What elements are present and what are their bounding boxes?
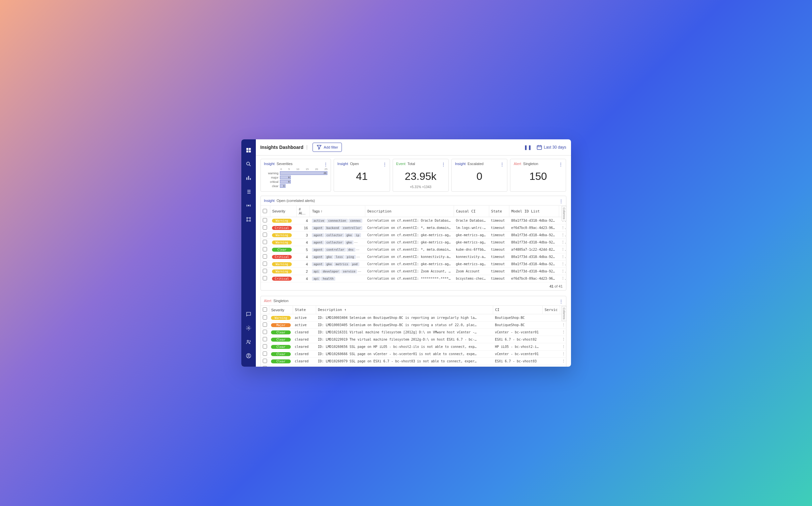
add-filter-button[interactable]: Add filter (312, 143, 342, 152)
panel-menu-icon[interactable]: ⋮ (559, 199, 564, 204)
row-checkbox[interactable] (263, 269, 267, 273)
row-checkbox[interactable] (263, 276, 267, 280)
date-range-picker[interactable]: Last 30 days (536, 144, 566, 150)
row-checkbox[interactable] (263, 240, 267, 244)
svg-rect-13 (537, 146, 542, 150)
chat-icon[interactable] (245, 311, 252, 318)
row-menu-icon[interactable]: ⋮ (560, 329, 566, 336)
table-row[interactable]: Critical4apihealthCorrelation on cf.even… (261, 275, 566, 282)
table-row[interactable]: Clear5agentcontrollerdnsgkCorrelation on… (261, 246, 566, 253)
row-menu-icon[interactable]: ⋮ (559, 261, 566, 268)
row-menu-icon[interactable]: ⋮ (560, 322, 566, 329)
users-icon[interactable] (245, 339, 252, 345)
svg-point-10 (247, 340, 248, 342)
table-row[interactable]: MajoractiveID: LMD10003405 Selenium on B… (261, 322, 566, 329)
chart-icon[interactable] (245, 175, 252, 181)
table-row[interactable]: Warning2apideveloperservicezCorrelation … (261, 268, 566, 275)
row-checkbox[interactable] (263, 359, 267, 363)
col-header[interactable]: Description (365, 205, 454, 217)
card-menu-icon[interactable]: ⋮ (559, 162, 563, 167)
table-row[interactable]: Critical4agentgkelosspingpoCorrelation o… (261, 253, 566, 261)
row-checkbox[interactable] (263, 337, 267, 341)
col-header[interactable]: Tags ↑ (310, 205, 365, 217)
svg-rect-1 (246, 178, 247, 180)
table-row[interactable]: ClearclearedID: LMD10483514 Host: Cisco … (261, 365, 566, 367)
col-header[interactable]: State (489, 205, 509, 217)
select-all-checkbox[interactable] (263, 307, 267, 312)
table-row[interactable]: ClearclearedID: LMD10260666 SSL page on … (261, 350, 566, 358)
row-menu-icon[interactable]: ⋮ (560, 336, 566, 343)
row-checkbox[interactable] (263, 262, 267, 266)
row-checkbox[interactable] (263, 233, 267, 237)
row-menu-icon[interactable]: ⋮ (559, 224, 566, 232)
row-menu-icon[interactable]: ⋮ (560, 358, 566, 365)
row-menu-icon[interactable]: ⋮ (559, 246, 566, 253)
integrations-icon[interactable] (245, 216, 252, 223)
settings-icon[interactable] (245, 325, 252, 331)
table-row[interactable]: Warning3agentcollectorgkeipCorrelation o… (261, 232, 566, 239)
table-row[interactable]: Critical16agentbackendcontrollerCorrelat… (261, 224, 566, 232)
col-header[interactable]: # Al… (297, 205, 310, 217)
svg-rect-3 (249, 178, 250, 180)
row-menu-icon[interactable]: ⋮ (559, 239, 566, 246)
main-content: Insights Dashboard Add filter ❚❚ Last 30… (256, 139, 571, 367)
row-checkbox[interactable] (263, 366, 267, 367)
row-checkbox[interactable] (263, 315, 267, 320)
logo-icon[interactable] (245, 147, 252, 154)
table-row[interactable]: Warning4agentcollectorgkemetCorrelation … (261, 239, 566, 246)
severity-badge: Major (271, 323, 291, 327)
col-header[interactable]: Servic (542, 306, 560, 314)
panel-menu-icon[interactable]: ⋮ (559, 299, 564, 304)
profile-icon[interactable] (245, 352, 252, 359)
row-checkbox[interactable] (263, 247, 267, 251)
col-header[interactable]: Model ID List (509, 205, 559, 217)
row-menu-icon[interactable]: ⋮ (559, 253, 566, 261)
row-menu-icon[interactable]: ⋮ (559, 275, 566, 282)
row-checkbox[interactable] (263, 254, 267, 259)
columns-toggle[interactable]: Columns (562, 306, 567, 321)
columns-toggle[interactable]: Columns (562, 206, 567, 221)
search-icon[interactable] (245, 161, 252, 167)
svg-point-8 (249, 221, 250, 222)
card-menu-icon[interactable]: ⋮ (441, 162, 446, 167)
row-menu-icon[interactable]: ⋮ (559, 232, 566, 239)
row-menu-icon[interactable]: ⋮ (560, 365, 566, 367)
table-row[interactable]: Warning4activeconnectionconnecCorrelatio… (261, 217, 566, 224)
row-checkbox[interactable] (263, 323, 267, 327)
row-menu-icon[interactable]: ⋮ (560, 343, 566, 350)
row-checkbox[interactable] (263, 218, 267, 222)
col-header[interactable]: Severity (269, 306, 293, 314)
pause-icon[interactable]: ❚❚ (523, 145, 533, 150)
row-menu-icon[interactable]: ⋮ (559, 268, 566, 275)
col-header[interactable]: Description ↑ (316, 306, 493, 314)
card-menu-icon[interactable]: ⋮ (500, 162, 504, 167)
page-title: Insights Dashboard (261, 145, 310, 150)
card-menu-icon[interactable]: ⋮ (323, 162, 328, 167)
row-checkbox[interactable] (263, 351, 267, 356)
table-row[interactable]: Warning4agentgkemetricspodCorrelation on… (261, 261, 566, 268)
broadcast-icon[interactable] (245, 202, 252, 209)
card-menu-icon[interactable]: ⋮ (382, 162, 387, 167)
alert-panel: AlertSingleton ⋮ Columns SeverityStateDe… (261, 296, 566, 367)
table-row[interactable]: ClearclearedID: LMD10229919 The virtual … (261, 336, 566, 343)
table-row[interactable]: ClearclearedID: LMD10260979 SSL page on … (261, 358, 566, 365)
row-menu-icon[interactable]: ⋮ (560, 350, 566, 358)
col-header[interactable]: Causal CI (454, 205, 489, 217)
app-window: Insights Dashboard Add filter ❚❚ Last 30… (241, 139, 571, 367)
svg-point-9 (247, 327, 249, 329)
severity-badge: Warning (272, 269, 292, 273)
table-row[interactable]: ClearclearedID: LMD10216331 Virtual mach… (261, 329, 566, 336)
svg-point-12 (247, 354, 249, 356)
row-checkbox[interactable] (263, 344, 267, 348)
table-row[interactable]: ClearclearedID: LMD10260656 SSL page on … (261, 343, 566, 350)
row-checkbox[interactable] (263, 330, 267, 334)
select-all-checkbox[interactable] (263, 209, 267, 213)
table-row[interactable]: WarningactiveID: LMD10003404 Selenium on… (261, 314, 566, 322)
col-header[interactable]: CI (493, 306, 542, 314)
metric-escalated: 0 (455, 168, 504, 185)
row-checkbox[interactable] (263, 225, 267, 230)
col-header[interactable]: Severity (270, 205, 297, 217)
col-header[interactable]: State (293, 306, 316, 314)
insight-table: Severity# Al…Tags ↑DescriptionCausal CIS… (261, 205, 566, 282)
list-icon[interactable] (245, 188, 252, 195)
